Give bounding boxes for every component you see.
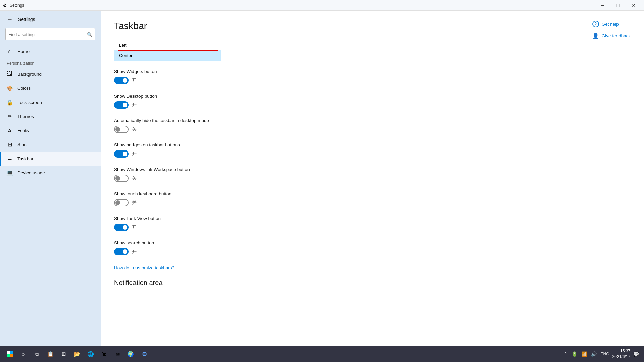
themes-icon: ✏: [7, 113, 13, 119]
taskbar-app-timeline[interactable]: 📋: [44, 348, 56, 360]
sidebar-item-fonts[interactable]: A Fonts: [0, 123, 101, 137]
toggle-knob: [115, 127, 120, 132]
notification-icon[interactable]: 💬: [632, 351, 640, 357]
taskbar-alignment-dropdown[interactable]: Left Center: [114, 40, 221, 61]
maximize-button[interactable]: □: [610, 0, 626, 11]
dropdown-option-left[interactable]: Left: [114, 40, 221, 50]
dropdown-left-label: Left: [119, 43, 127, 48]
auto-hide-toggle[interactable]: [114, 126, 129, 133]
sidebar-item-background-label: Background: [17, 72, 42, 77]
dropdown-option-center[interactable]: Center: [114, 50, 221, 61]
store-icon: 🛍: [101, 351, 107, 357]
edge-icon: 🌐: [87, 351, 94, 357]
taskbar-app-grid[interactable]: ⊞: [58, 348, 70, 360]
setting-search-button-row: 开: [114, 248, 631, 255]
taskbar-app-store[interactable]: 🛍: [98, 348, 110, 360]
touch-keyboard-toggle[interactable]: [114, 199, 129, 206]
task-view-toggle[interactable]: [114, 224, 129, 231]
taskbar-task-view-icon: ⧉: [35, 351, 39, 357]
setting-touch-keyboard-row: 关: [114, 199, 631, 206]
sidebar-item-start[interactable]: ⊞ Start: [0, 137, 101, 152]
sidebar-item-home-label: Home: [17, 49, 30, 54]
taskbar-right: ⌃ 🔋 📶 🔊 ENG 15:37 2021/6/17 💬: [562, 348, 640, 360]
get-help-link[interactable]: Get help: [602, 22, 619, 27]
sidebar-item-themes-label: Themes: [17, 114, 34, 119]
page-title: Taskbar: [114, 21, 631, 32]
taskbar-app-mail[interactable]: ✉: [111, 348, 123, 360]
home-icon: ⌂: [7, 48, 13, 54]
clock-time: 15:37: [612, 348, 630, 354]
search-box-wrapper: 🔍: [0, 28, 101, 44]
windows-ink-toggle[interactable]: [114, 175, 129, 182]
show-badges-toggle[interactable]: [114, 150, 129, 158]
sidebar-nav: ⌂ Home Personalization 🖼 Background 🎨 Co…: [0, 44, 101, 346]
tray-arrow-icon[interactable]: ⌃: [562, 351, 569, 357]
volume-icon[interactable]: 🔊: [590, 351, 598, 357]
task-view-state: 开: [132, 224, 137, 230]
setting-show-badges-label: Show badges on taskbar buttons: [114, 142, 631, 147]
taskbar-search-button[interactable]: ⌕: [17, 348, 30, 360]
toggle-knob: [123, 78, 127, 83]
setting-task-view-row: 开: [114, 224, 631, 231]
taskbar-icon: ▬: [7, 156, 13, 162]
feedback-icon: 👤: [592, 32, 599, 39]
sidebar-item-colors[interactable]: 🎨 Colors: [0, 81, 101, 95]
setting-windows-ink: Show Windows Ink Workspace button 关: [114, 167, 631, 182]
device-usage-icon: 💻: [7, 170, 13, 176]
customize-link-wrapper: How do I customize taskbars?: [114, 265, 631, 271]
setting-show-widgets-label: Show Widgets button: [114, 69, 631, 74]
get-help-item[interactable]: ? Get help: [592, 21, 631, 27]
setting-auto-hide-label: Automatically hide the taskbar in deskto…: [114, 118, 631, 123]
start-button[interactable]: [4, 348, 16, 360]
title-bar: ⚙ Settings ─ □ ✕: [0, 0, 644, 11]
customize-taskbars-link[interactable]: How do I customize taskbars?: [114, 265, 174, 270]
show-desktop-toggle[interactable]: [114, 101, 129, 109]
setting-task-view-label: Show Task View button: [114, 216, 631, 221]
toggle-knob: [123, 249, 127, 254]
taskbar-app-edge[interactable]: 🌐: [85, 348, 97, 360]
lock-screen-icon: 🔒: [7, 99, 13, 105]
colors-icon: 🎨: [7, 85, 13, 91]
show-widgets-toggle[interactable]: [114, 77, 129, 84]
taskbar-app-folder[interactable]: 📂: [71, 348, 83, 360]
mail-icon: ✉: [115, 351, 120, 357]
network-icon[interactable]: 📶: [580, 351, 588, 357]
sidebar-item-themes[interactable]: ✏ Themes: [0, 109, 101, 123]
setting-show-desktop: Show Desktop button 开: [114, 94, 631, 109]
setting-search-button-label: Show search button: [114, 240, 631, 245]
setting-touch-keyboard: Show touch keyboard button 关: [114, 191, 631, 206]
give-feedback-item[interactable]: 👤 Give feedback: [592, 32, 631, 39]
sidebar-header: ← Settings: [0, 11, 101, 28]
windows-logo-icon: [7, 351, 13, 357]
taskbar-task-view-button[interactable]: ⧉: [31, 348, 43, 360]
sidebar-item-fonts-label: Fonts: [17, 128, 29, 133]
clock[interactable]: 15:37 2021/6/17: [612, 348, 630, 360]
app-icon: ⚙: [3, 3, 7, 8]
sidebar-item-taskbar[interactable]: ▬ Taskbar: [0, 152, 101, 166]
sidebar-item-colors-label: Colors: [17, 86, 31, 91]
toggle-knob: [123, 152, 127, 156]
sidebar-item-background[interactable]: 🖼 Background: [0, 67, 101, 81]
setting-windows-ink-row: 关: [114, 175, 631, 182]
content-area: ? Get help 👤 Give feedback Taskbar Left …: [101, 11, 644, 346]
setting-show-badges: Show badges on taskbar buttons 开: [114, 142, 631, 158]
close-button[interactable]: ✕: [626, 0, 641, 11]
taskbar-app-settings[interactable]: ⚙: [138, 348, 150, 360]
search-input[interactable]: [8, 32, 87, 37]
sidebar-item-device-usage[interactable]: 💻 Device usage: [0, 166, 101, 180]
battery-icon[interactable]: 🔋: [571, 351, 578, 357]
search-box[interactable]: 🔍: [5, 28, 95, 40]
sidebar-item-lock-screen-label: Lock screen: [17, 100, 42, 105]
search-button-toggle[interactable]: [114, 248, 129, 255]
back-button[interactable]: ←: [5, 15, 15, 24]
taskbar-app-chrome[interactable]: 🌍: [125, 348, 137, 360]
sidebar-item-lock-screen[interactable]: 🔒 Lock screen: [0, 95, 101, 109]
sidebar-item-home[interactable]: ⌂ Home: [0, 44, 101, 58]
language-icon[interactable]: ENG: [600, 352, 610, 356]
start-icon: ⊞: [7, 141, 13, 147]
setting-touch-keyboard-label: Show touch keyboard button: [114, 191, 631, 196]
minimize-button[interactable]: ─: [595, 0, 610, 11]
give-feedback-link[interactable]: Give feedback: [602, 33, 631, 38]
get-help-icon: ?: [592, 21, 599, 27]
search-button-state: 开: [132, 249, 137, 255]
